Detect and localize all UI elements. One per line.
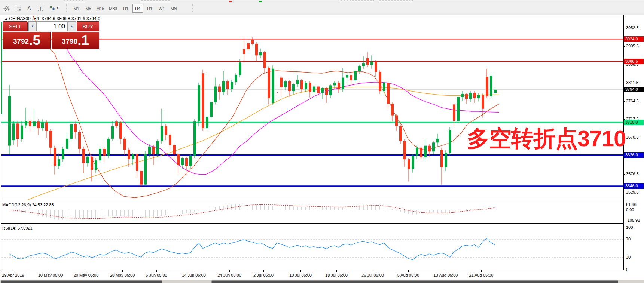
date-tick-mark: [446, 270, 446, 272]
timeframe-button-m15[interactable]: M15: [95, 4, 106, 13]
macd-axis-label: 61.86: [626, 202, 637, 207]
plot-border-bottom: [1, 270, 623, 270]
timeframe-button-h1[interactable]: H1: [120, 4, 131, 13]
rsi-axis-label: 30: [626, 255, 631, 259]
price-tick-mark: [623, 174, 625, 175]
date-tick-label: 10 Jul 05:00: [289, 273, 312, 277]
rsi-axis-label: 100: [626, 225, 633, 230]
candlestick-series: [8, 37, 497, 188]
rsi-line: [9, 239, 495, 260]
rsi-axis-label: 70: [626, 237, 631, 241]
tiled-chart-window-titlebar[interactable]: [211, 280, 618, 283]
buy-price-box[interactable]: 3798.1: [52, 32, 99, 49]
red-speck-icon: [229, 1, 232, 2]
ma-magenta-line: [60, 37, 499, 174]
sell-price-big: .5: [29, 32, 40, 49]
timeframe-button-w1[interactable]: W1: [156, 4, 167, 13]
date-tick-label: 13 Aug 05:00: [434, 273, 458, 277]
toolbar-stub: [339, 0, 374, 3]
timeframe-button-m5[interactable]: M5: [83, 4, 94, 13]
price-tick-label: 3811.5: [626, 80, 638, 85]
rsi-indicator-chart: [0, 225, 623, 270]
date-tick-label: 26 Jul 05:00: [361, 273, 384, 277]
toolbar-separator: [66, 4, 68, 12]
svg-text:F: F: [19, 9, 21, 12]
price-badge: 3794.0: [624, 87, 644, 92]
chevron-down-icon[interactable]: ▾: [55, 4, 60, 12]
price-tick-label: 3576.5: [626, 172, 639, 176]
date-tick-mark: [229, 270, 230, 272]
date-tick-label: 28 May 05:00: [110, 273, 135, 277]
macd-axis-label: 0.00: [626, 207, 634, 212]
price-tick-mark: [623, 28, 625, 28]
volume-input[interactable]: 1.00: [37, 21, 68, 31]
volume-decrease-button[interactable]: ▼: [28, 21, 37, 31]
sell-button[interactable]: SELL: [3, 21, 28, 31]
date-tick-label: 29 Apr 2019: [2, 273, 24, 277]
price-tick-mark: [623, 65, 625, 65]
price-tick-mark: [623, 83, 625, 83]
buy-button[interactable]: BUY: [77, 21, 99, 31]
sell-price-box[interactable]: 3792.5: [3, 32, 51, 49]
text-a-icon[interactable]: A: [25, 4, 34, 12]
text-label-icon[interactable]: T: [36, 4, 45, 12]
date-tick-mark: [373, 270, 373, 272]
price-tick-mark: [623, 46, 625, 47]
separator-macd-rsi: [1, 223, 623, 224]
date-tick-label: 5 Jun 05:00: [146, 273, 167, 277]
timeframe-button-mn[interactable]: MN: [168, 4, 179, 13]
toolbar-stub: [64, 0, 85, 3]
price-badge: 3866.5: [624, 59, 644, 64]
timeframe-button-m30[interactable]: M30: [108, 4, 118, 13]
ma-orange-line: [22, 87, 499, 200]
toolbar: E F A T ▾ M1M5M15M30H1H4D1W1MN: [0, 3, 644, 13]
price-tick-mark: [623, 101, 625, 102]
price-tick-label: 3905.5: [626, 44, 639, 48]
volume-increase-button[interactable]: ▲: [68, 21, 76, 31]
date-tick-label: 20 May 05:00: [74, 273, 99, 277]
date-tick-mark: [194, 270, 194, 272]
timeframe-button-d1[interactable]: D1: [144, 4, 155, 13]
price-tick-mark: [623, 193, 625, 193]
price-tick-label: 3764.5: [626, 99, 639, 103]
date-tick-label: 14 Jun 05:00: [182, 273, 206, 277]
price-tick-label: 3670.5: [626, 135, 639, 139]
macd-indicator-chart: [0, 202, 623, 223]
date-tick-mark: [86, 270, 86, 272]
svg-text:E: E: [8, 9, 10, 12]
elliott-wave-icon[interactable]: E: [2, 4, 11, 12]
date-tick-mark: [156, 270, 157, 272]
separator-main-macd: [1, 200, 623, 200]
ma-red-line: [33, 15, 499, 198]
toolbar-separator: [192, 4, 194, 12]
price-badge: 3626.0: [624, 152, 644, 158]
sell-price-main: 3792: [13, 34, 29, 49]
date-tick-label: 10 May 05:00: [38, 273, 63, 277]
date-tick-mark: [122, 270, 123, 272]
price-badge: 3924.0: [624, 36, 644, 42]
toolbar-stub: [379, 0, 413, 3]
date-tick-label: 24 Jun 05:00: [217, 273, 241, 277]
price-badge: 3546.0: [624, 183, 644, 189]
rsi-label: RSI(14) 57.0921: [2, 226, 33, 230]
date-tick-mark: [408, 270, 409, 272]
tiled-chart-window-titlebar[interactable]: [1, 280, 162, 283]
fibo-grid-icon[interactable]: F: [13, 4, 22, 12]
price-tick-label: 3952.5: [626, 25, 639, 30]
date-tick-mark: [51, 270, 51, 272]
clipped-candle: [1, 22, 2, 114]
buy-price-main: 3798: [62, 34, 77, 49]
price-badge: 3710.0: [624, 120, 644, 125]
date-tick-label: 5 Aug 05:00: [397, 273, 419, 277]
date-tick-mark: [263, 270, 264, 272]
date-tick-label: 18 Jul 05:00: [325, 273, 348, 277]
macd-histogram: [9, 203, 495, 220]
timeframe-button-h4[interactable]: H4: [132, 4, 143, 13]
annotation-text: 多空转折点3710: [467, 124, 626, 154]
mt4-application-window: E F A T ▾ M1M5M15M30H1H4D1W1MN: [0, 0, 644, 283]
green-speck-icon: [259, 1, 262, 2]
date-tick-label: 2 Jul 05:00: [253, 273, 274, 277]
timeframe-button-m1[interactable]: M1: [71, 4, 82, 13]
toolbar-stub: [140, 0, 171, 3]
rsi-axis-label: 0: [626, 267, 628, 272]
